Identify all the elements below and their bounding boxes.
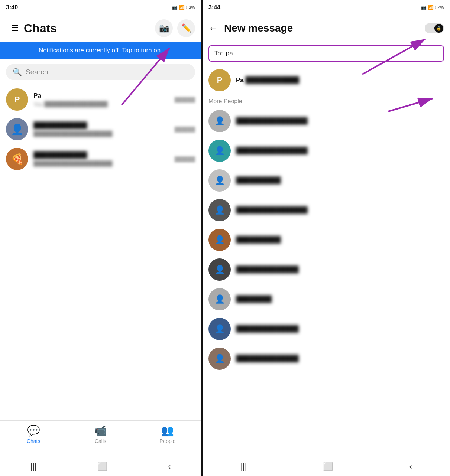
search-bar[interactable]: 🔍 Search (6, 64, 195, 80)
right-status-bar: 3:44 📷 📶 82% (203, 0, 450, 15)
notification-banner[interactable]: Notifications are currently off. Tap to … (0, 42, 201, 59)
toggle-track[interactable]: 🔒 (425, 23, 444, 33)
avatar-initials: P (208, 69, 231, 91)
list-item[interactable]: 👤 ██████████████ (203, 344, 450, 374)
chat-list: P Pa You ████████████████ ██████ 👤 █████… (0, 85, 201, 420)
nav-item-chats[interactable]: 💬 Chats (0, 424, 67, 444)
chat-preview: You ████████████████ (33, 101, 169, 107)
contact-info: ████████████████ (236, 117, 444, 125)
list-item[interactable]: 🍕 ████████████ ████████████████████ ████… (0, 144, 201, 174)
calls-nav-icon: 📹 (94, 424, 107, 437)
avatar-initials: 👤 (208, 140, 231, 162)
menu-button[interactable]: ☰ (6, 19, 24, 37)
contact-name: Pa ████████████ (236, 76, 444, 84)
contact-info: ████████████████ (236, 147, 444, 154)
search-icon: 🔍 (13, 68, 22, 76)
camera-icon: 📷 (159, 23, 169, 33)
chat-name: ████████████ (33, 122, 169, 129)
chat-preview: ████████████████████ (33, 160, 169, 167)
nav-item-calls[interactable]: 📹 Calls (67, 424, 134, 444)
contacts-list: P Pa ████████████ More People 👤 ████████… (203, 65, 450, 457)
contact-info: ██████████████ (236, 266, 444, 273)
avatar: 👤 (208, 110, 231, 132)
contact-name: ██████████ (236, 236, 444, 244)
right-battery: 82% (435, 5, 444, 10)
new-message-top-bar: ← New message 🔒 (203, 15, 450, 42)
status-signal-icon: 📶 (179, 5, 185, 10)
avatar: 🍕 (6, 148, 28, 170)
toggle-thumb: 🔒 (434, 24, 443, 33)
people-nav-label: People (159, 438, 176, 444)
left-status-bar: 3:40 📷 📶 83% (0, 0, 201, 15)
list-item[interactable]: 👤 ██████████ (203, 166, 450, 195)
avatar: 👤 (208, 199, 231, 221)
left-top-bar: ☰ Chats 📷 ✏️ (0, 15, 201, 42)
contact-info: Pa ████████████ (236, 76, 444, 84)
avatar: 👤 (208, 318, 231, 340)
hamburger-icon: ☰ (11, 23, 19, 33)
chat-info: ████████████ ████████████████████ (33, 151, 169, 167)
list-item[interactable]: P Pa ████████████ (203, 65, 450, 95)
to-field[interactable]: To: (208, 45, 444, 62)
to-input[interactable] (226, 50, 438, 57)
list-item[interactable]: 👤 ██████████ (203, 225, 450, 255)
left-system-bar: ||| ⬜ ‹ (0, 457, 201, 476)
avatar-initials: 👤 (208, 110, 231, 132)
contact-name: ████████████████ (236, 206, 444, 214)
chat-info: ████████████ ████████████████████ (33, 122, 169, 137)
avatar-initials: 👤 (208, 318, 231, 340)
back-sys-btn[interactable]: ‹ (168, 462, 171, 472)
avatar: P (208, 69, 231, 91)
avatar-initials: 👤 (208, 348, 231, 370)
contact-info: ████████████████ (236, 206, 444, 214)
avatar-initials: 👤 (208, 199, 231, 221)
secret-mode-toggle[interactable]: 🔒 (425, 23, 444, 33)
list-item[interactable]: 👤 ████████████ ████████████████████ ████… (0, 114, 201, 144)
contact-name: ██████████████ (236, 266, 444, 273)
right-recent-apps-btn[interactable]: ||| (240, 462, 247, 472)
nav-item-people[interactable]: 👥 People (134, 424, 201, 444)
status-cam-icon-r: 📷 (421, 5, 427, 10)
right-home-btn[interactable]: ⬜ (323, 462, 333, 472)
avatar: P (6, 88, 28, 111)
chat-preview: ████████████████████ (33, 131, 169, 137)
right-back-sys-btn[interactable]: ‹ (409, 462, 412, 472)
avatar: 👤 (6, 118, 28, 140)
avatar: 👤 (208, 140, 231, 162)
list-item[interactable]: 👤 ████████ (203, 284, 450, 314)
avatar-initials: 🍕 (6, 148, 28, 170)
contact-info: ██████████████ (236, 325, 444, 333)
status-signal-icon-r: 📶 (428, 5, 434, 10)
edit-button[interactable]: ✏️ (177, 19, 195, 37)
list-item[interactable]: 👤 ██████████████ (203, 255, 450, 284)
home-btn[interactable]: ⬜ (97, 462, 107, 472)
list-item[interactable]: 👤 ████████████████ (203, 106, 450, 136)
left-status-icons: 📷 📶 83% (172, 5, 195, 10)
recent-apps-btn[interactable]: ||| (30, 462, 37, 472)
contact-info: ██████████ (236, 177, 444, 184)
bottom-nav: 💬 Chats 📹 Calls 👥 People (0, 420, 201, 457)
left-phone: 3:40 📷 📶 83% ☰ Chats 📷 ✏️ Notifications … (0, 0, 203, 476)
left-battery: 83% (186, 5, 195, 10)
contact-name: ████████████████ (236, 147, 444, 154)
avatar-initials: P (6, 88, 28, 111)
right-system-bar: ||| ⬜ ‹ (203, 457, 450, 476)
edit-icon: ✏️ (181, 23, 191, 33)
contact-name: ██████████████ (236, 355, 444, 362)
chat-time: ██████ (175, 127, 195, 132)
chat-time: ██████ (175, 97, 195, 102)
list-item[interactable]: 👤 ████████████████ (203, 136, 450, 166)
avatar-initials: 👤 (208, 288, 231, 310)
avatar: 👤 (208, 169, 231, 192)
avatar: 👤 (208, 288, 231, 310)
list-item[interactable]: 👤 ██████████████ (203, 314, 450, 344)
back-button[interactable]: ← (208, 23, 218, 34)
contact-name: ██████████ (236, 177, 444, 184)
list-item[interactable]: 👤 ████████████████ (203, 195, 450, 225)
list-item[interactable]: P Pa You ████████████████ ██████ (0, 85, 201, 114)
back-icon: ← (208, 23, 218, 34)
camera-button[interactable]: 📷 (155, 19, 173, 37)
contact-info: ██████████████ (236, 355, 444, 362)
contact-info: ██████████ (236, 236, 444, 244)
search-placeholder: Search (26, 68, 48, 76)
